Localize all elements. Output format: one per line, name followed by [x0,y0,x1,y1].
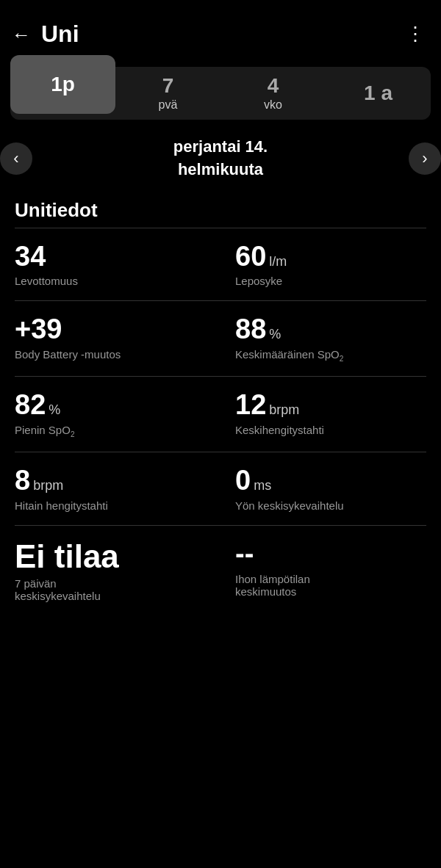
tab-7pva-main: 7 [162,75,174,98]
stat-avg-breath-value: 12 [235,390,266,421]
stat-levottomuus-value: 34 [15,242,46,272]
stat-slow-breath-label: Hitain hengitystahti [15,499,206,512]
stat-min-spo2-unit: % [49,402,60,418]
section-title: Unitiedot [0,189,441,228]
stat-levottomuus: 34 Levottomuus [15,228,220,301]
date-line2: helmikuuta [178,160,263,178]
stat-slow-breath-unit: brpm [33,478,63,493]
stat-no-status-value: Ei tilaa [15,539,119,574]
tab-1p-main: 1p [51,73,75,96]
stat-avg-spo2-label: Keskimääräinen SpO2 [235,348,419,363]
stat-slow-breath-value: 8 [15,466,30,496]
tab-1a-main: 1 a [364,82,392,105]
date-display: perjantai 14. helmikuuta [32,136,409,181]
header: ← Uni ⋮ [0,0,441,62]
tab-bar: 1p 7 pvä 4 vko 1 a [10,67,431,120]
stat-night-hrv-label: Yön keskisykevaihtelu [235,499,419,512]
stat-temp-change: -- Ihon lämpötilankeskimuutos [220,525,426,615]
tab-7pva[interactable]: 7 pvä [115,67,220,120]
stat-temp-change-value: -- [235,539,254,570]
stat-night-hrv-value-row: 0 ms [235,466,419,496]
bottom-space [0,615,441,645]
page-title: Uni [41,21,79,48]
stat-min-spo2: 82 % Pienin SpO2 [15,376,220,452]
stat-levottomuus-label: Levottomuus [15,275,206,287]
stat-temp-change-value-row: -- [235,539,419,570]
stat-no-status-value-row: Ei tilaa [15,539,206,574]
stat-avg-spo2: 88 % Keskimääräinen SpO2 [220,300,426,376]
stat-avg-breath-unit: brpm [269,402,299,418]
stat-avg-spo2-unit: % [269,327,281,342]
stat-night-hrv: 0 ms Yön keskisykevaihtelu [220,452,426,525]
stat-body-battery-value-row: +39 [15,314,206,345]
stat-temp-change-label: Ihon lämpötilankeskimuutos [235,573,419,598]
tab-4vko[interactable]: 4 vko [220,67,326,120]
back-button[interactable]: ← [12,25,31,44]
date-line1: perjantai 14. [173,137,268,156]
stat-min-spo2-label: Pienin SpO2 [15,424,206,438]
tab-7pva-sub: pvä [159,98,178,112]
stat-avg-breath-value-row: 12 brpm [235,390,419,421]
stat-slow-breath: 8 brpm Hitain hengitystahti [15,452,220,525]
menu-button[interactable]: ⋮ [406,23,426,46]
stat-body-battery-value: +39 [15,314,62,345]
stat-min-spo2-value-row: 82 % [15,390,206,421]
stat-avg-breath-label: Keskihengitystahti [235,424,419,436]
stat-leposyke-unit: l/m [269,254,287,270]
next-date-button[interactable]: › [409,142,441,175]
stat-leposyke-label: Leposyke [235,275,419,287]
stat-slow-breath-value-row: 8 brpm [15,466,206,496]
stat-night-hrv-value: 0 [235,466,251,496]
stat-min-spo2-value: 82 [15,390,46,421]
prev-date-button[interactable]: ‹ [0,142,32,175]
header-left: ← Uni [12,21,79,48]
stat-no-status: Ei tilaa 7 päivänkeskisykevaihtelu [15,525,220,615]
stat-avg-spo2-value-row: 88 % [235,314,419,345]
tab-1p[interactable]: 1p [10,55,115,114]
stat-levottomuus-value-row: 34 [15,242,206,272]
stat-avg-spo2-value: 88 [235,314,266,345]
tab-4vko-sub: vko [264,98,282,112]
stat-avg-breath: 12 brpm Keskihengitystahti [220,376,426,452]
stat-body-battery-label: Body Battery -muutos [15,348,206,361]
tab-4vko-main: 4 [268,75,279,98]
tab-1a[interactable]: 1 a [326,67,431,120]
stat-body-battery: +39 Body Battery -muutos [15,300,220,376]
stat-leposyke: 60 l/m Leposyke [220,228,426,301]
stats-grid: 34 Levottomuus 60 l/m Leposyke +39 Body … [0,228,441,616]
date-navigation: ‹ perjantai 14. helmikuuta › [0,136,441,181]
stat-night-hrv-unit: ms [254,478,271,493]
stat-no-status-label: 7 päivänkeskisykevaihtelu [15,577,206,602]
stat-leposyke-value-row: 60 l/m [235,242,419,272]
stat-leposyke-value: 60 [235,242,266,272]
